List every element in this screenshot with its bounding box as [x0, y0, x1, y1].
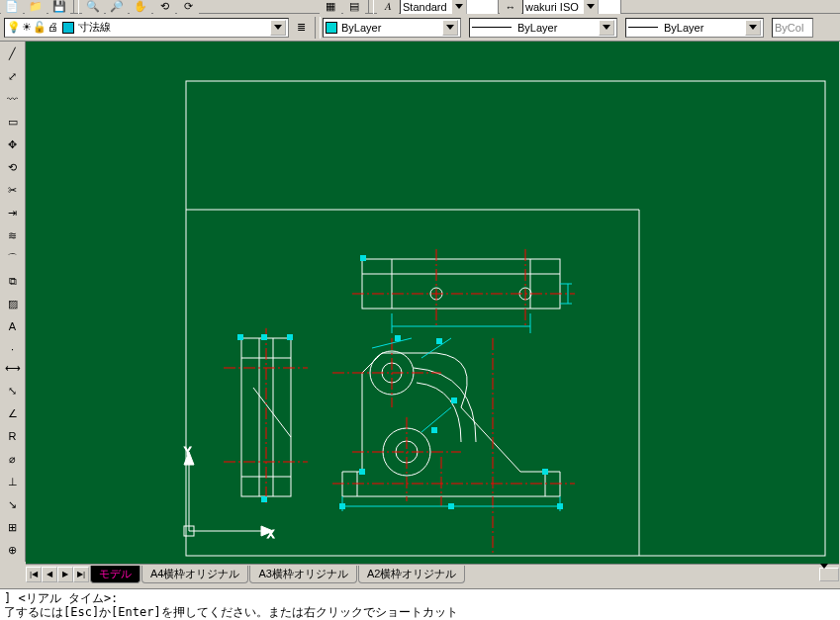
- pline-tool-icon[interactable]: 〰: [2, 88, 24, 110]
- dim-linear-icon[interactable]: ⟷: [2, 357, 24, 379]
- ray-tool-icon[interactable]: ⤢: [2, 65, 24, 87]
- tab-nav-prev[interactable]: ◀: [42, 567, 57, 582]
- command-history-line: 了するには[Esc]か[Enter]を押してください。または右クリックでショート…: [4, 605, 836, 619]
- color-value: ByLayer: [341, 22, 381, 34]
- svg-text:Y: Y: [184, 445, 192, 457]
- layer-manager-icon[interactable]: ≣: [290, 17, 312, 39]
- leader-icon[interactable]: ↘: [2, 493, 24, 515]
- command-line[interactable]: ] <リアル タイム>: 了するには[Esc]か[Enter]を押してください。…: [0, 588, 840, 620]
- toolbar-layer-props: 💡 ☀ 🔓 🖨 寸法線 ≣ ByLayer ByLayer ByLayer By…: [0, 14, 840, 42]
- chevron-down-icon[interactable]: [599, 20, 614, 36]
- linetype-preview: [472, 27, 512, 28]
- linetype-dropdown[interactable]: ByLayer: [469, 18, 617, 38]
- draw-toolbar: ╱ ⤢ 〰 ▭ ✥ ⟲ ✂ ⇥ ≋ ⌒ ⧉ ▨ A ·: [0, 42, 26, 361]
- chevron-down-icon[interactable]: [270, 20, 286, 36]
- svg-rect-61: [359, 469, 365, 475]
- fillet-tool-icon[interactable]: ⌒: [2, 247, 24, 269]
- tab-layout[interactable]: A3横枠オリジナル: [249, 566, 356, 583]
- chevron-down-icon[interactable]: [745, 20, 761, 36]
- svg-rect-0: [186, 81, 825, 556]
- move-tool-icon[interactable]: ✥: [2, 133, 24, 155]
- lineweight-dropdown[interactable]: ByLayer: [625, 18, 764, 38]
- text-style-value: Standard: [403, 1, 447, 13]
- dim-angular-icon[interactable]: ∠: [2, 402, 24, 424]
- plotstyle-dropdown[interactable]: ByCol: [772, 18, 813, 38]
- tolerance-icon[interactable]: ⊞: [2, 516, 24, 538]
- rect-tool-icon[interactable]: ▭: [2, 111, 24, 133]
- drawing-canvas[interactable]: Y X: [26, 42, 839, 564]
- tab-nav-last[interactable]: ▶|: [73, 567, 89, 582]
- extend-tool-icon[interactable]: ⇥: [2, 202, 24, 223]
- layout-tabbar: |◀ ◀ ▶ ▶| モデル A4横枠オリジナル A3横枠オリジナル A2横枠オリ…: [26, 564, 839, 583]
- dim-radius-icon[interactable]: R: [2, 425, 24, 447]
- svg-rect-22: [261, 496, 267, 502]
- svg-rect-58: [339, 503, 345, 509]
- mirror-tool-icon[interactable]: ⧉: [2, 270, 24, 292]
- svg-rect-20: [287, 334, 293, 340]
- chevron-down-icon[interactable]: [451, 0, 467, 15]
- center-mark-icon[interactable]: ⊕: [2, 539, 24, 561]
- toolbar-top-partial: 📄 📁 💾 🔍 🔎 ✋ ⟲ ⟳ ▦ ▤ 𝐴 Standard ↔ wakuri …: [0, 0, 840, 14]
- chevron-down-icon[interactable]: [442, 20, 458, 36]
- lineweight-value: ByLayer: [664, 22, 703, 34]
- rotate-tool-icon[interactable]: ⟲: [2, 156, 24, 178]
- hatch-tool-icon[interactable]: ▨: [2, 293, 24, 314]
- tab-layout[interactable]: A4横枠オリジナル: [141, 566, 248, 583]
- dim-aligned-icon[interactable]: ⤡: [2, 380, 24, 401]
- tab-nav-first[interactable]: |◀: [26, 567, 42, 582]
- plot-icon: 🖨: [47, 21, 58, 34]
- lock-icon: 🔓: [33, 21, 47, 34]
- svg-rect-38: [360, 255, 366, 261]
- svg-rect-19: [237, 334, 243, 340]
- offset-tool-icon[interactable]: ≋: [2, 224, 24, 246]
- linetype-value: ByLayer: [517, 22, 557, 34]
- sun-icon: ☀: [22, 21, 32, 34]
- svg-rect-59: [448, 503, 454, 509]
- drawing-svg: Y X: [26, 42, 839, 564]
- dim-diameter-icon[interactable]: ⌀: [2, 448, 24, 470]
- svg-rect-62: [542, 469, 548, 475]
- layer-name: 寸法線: [78, 20, 111, 35]
- svg-rect-65: [451, 398, 457, 403]
- layer-color-swatch: [62, 22, 74, 34]
- svg-rect-60: [557, 503, 563, 509]
- chevron-down-icon[interactable]: [583, 0, 599, 15]
- toolbar-separator: [315, 17, 321, 39]
- hscroll-right-button[interactable]: [819, 568, 839, 581]
- svg-rect-21: [261, 334, 267, 340]
- lightbulb-icon: 💡: [7, 21, 21, 34]
- color-dropdown[interactable]: ByLayer: [323, 18, 461, 38]
- tab-model[interactable]: モデル: [90, 566, 140, 583]
- svg-rect-64: [395, 335, 401, 341]
- command-history-line: ] <リアル タイム>:: [4, 591, 836, 605]
- svg-rect-63: [436, 338, 442, 344]
- svg-text:X: X: [267, 528, 275, 540]
- tab-nav-next[interactable]: ▶: [57, 567, 73, 582]
- lineweight-preview: [628, 27, 658, 28]
- dimension-toolbar: ⟷ ⤡ ∠ R ⌀ ⊥ ↘ ⊞ ⊕: [0, 356, 26, 562]
- trim-tool-icon[interactable]: ✂: [2, 179, 24, 201]
- plotstyle-value: ByCol: [775, 22, 803, 34]
- dim-ordinate-icon[interactable]: ⊥: [2, 471, 24, 492]
- dim-style-value: wakuri ISO: [525, 1, 579, 13]
- tab-layout[interactable]: A2横枠オリジナル: [358, 566, 465, 583]
- text-tool-icon[interactable]: A: [2, 315, 24, 337]
- color-swatch: [326, 22, 337, 34]
- svg-rect-66: [431, 427, 437, 433]
- layer-dropdown[interactable]: 💡 ☀ 🔓 🖨 寸法線: [4, 18, 289, 38]
- layer-state-icons: 💡 ☀ 🔓 🖨: [7, 21, 58, 34]
- line-tool-icon[interactable]: ╱: [2, 43, 24, 64]
